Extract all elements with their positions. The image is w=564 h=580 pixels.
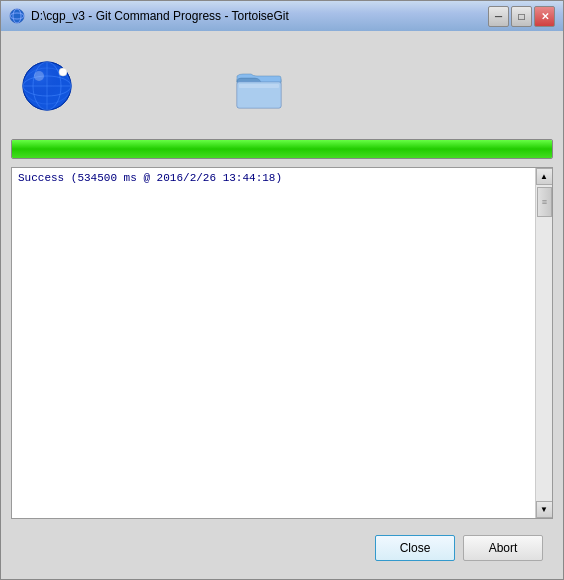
- window-controls: ─ □ ✕: [488, 6, 555, 27]
- svg-point-0: [10, 9, 24, 23]
- svg-rect-14: [239, 84, 279, 88]
- icons-row: [11, 41, 553, 131]
- svg-point-11: [59, 68, 67, 76]
- window-title: D:\cgp_v3 - Git Command Progress - Torto…: [31, 9, 488, 23]
- main-window: D:\cgp_v3 - Git Command Progress - Torto…: [0, 0, 564, 580]
- progress-bar-fill: [12, 140, 552, 158]
- log-text-area[interactable]: Success (534500 ms @ 2016/2/26 13:44:18): [12, 168, 535, 518]
- close-button[interactable]: Close: [375, 535, 455, 561]
- globe-icon: [21, 60, 73, 112]
- log-container: Success (534500 ms @ 2016/2/26 13:44:18)…: [11, 167, 553, 519]
- scroll-up-button[interactable]: ▲: [536, 168, 553, 185]
- abort-button[interactable]: Abort: [463, 535, 543, 561]
- close-window-button[interactable]: ✕: [534, 6, 555, 27]
- scrollbar-thumb[interactable]: ≡: [537, 187, 552, 217]
- scroll-down-button[interactable]: ▼: [536, 501, 553, 518]
- scrollbar-track[interactable]: ≡: [536, 185, 553, 501]
- log-content: Success (534500 ms @ 2016/2/26 13:44:18): [18, 172, 282, 184]
- scrollbar: ▲ ≡ ▼: [535, 168, 552, 518]
- scrollbar-grip: ≡: [542, 197, 546, 207]
- svg-point-10: [34, 71, 44, 81]
- minimize-button[interactable]: ─: [488, 6, 509, 27]
- folder-icon: [233, 60, 285, 112]
- titlebar: D:\cgp_v3 - Git Command Progress - Torto…: [1, 1, 563, 31]
- progress-bar-container: [11, 139, 553, 159]
- titlebar-icon: [9, 8, 25, 24]
- content-area: Success (534500 ms @ 2016/2/26 13:44:18)…: [1, 31, 563, 579]
- bottom-bar: Close Abort: [11, 527, 553, 569]
- restore-button[interactable]: □: [511, 6, 532, 27]
